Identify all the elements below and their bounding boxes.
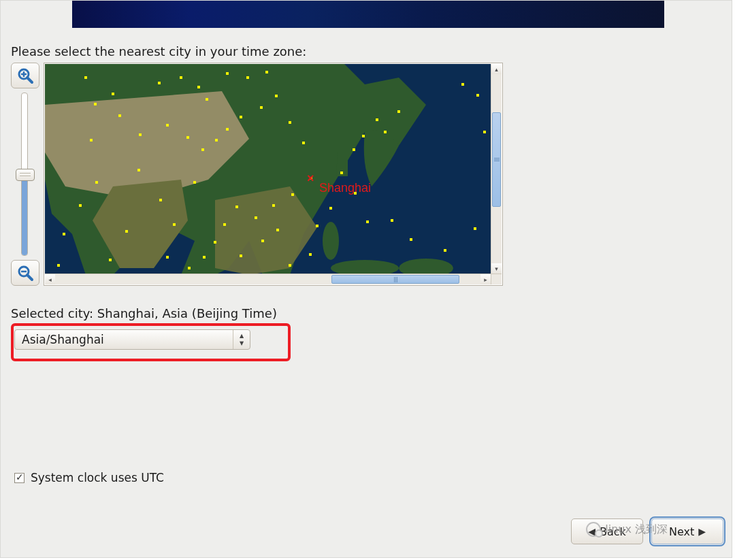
svg-rect-71 [79,204,82,207]
svg-rect-27 [215,139,218,142]
svg-rect-43 [261,240,264,242]
svg-rect-30 [260,106,263,109]
vscroll-track[interactable] [491,74,502,263]
svg-rect-66 [173,223,176,226]
svg-rect-17 [206,98,208,101]
svg-rect-62 [476,94,479,97]
arrow-left-icon: ◀ [588,526,595,537]
svg-rect-75 [193,181,196,184]
svg-rect-22 [118,114,121,117]
svg-rect-42 [240,254,242,257]
svg-rect-29 [240,116,242,118]
scroll-right-button[interactable]: ▸ [480,274,491,284]
svg-rect-45 [289,264,291,267]
selected-city-label: Selected city: Shanghai, Asia (Beijing T… [11,306,277,320]
svg-rect-49 [340,171,343,174]
svg-rect-57 [391,219,393,222]
zoom-slider-fill [22,174,27,255]
utc-checkbox[interactable] [14,473,24,483]
world-map[interactable]: ×Shanghai [45,64,492,275]
svg-rect-25 [186,136,189,139]
svg-rect-40 [203,256,206,259]
zoom-out-icon [16,264,34,282]
map-frame: ×Shanghai ▴ ▾ ◂ ▸ [44,63,503,286]
zoom-controls [11,63,39,286]
svg-rect-35 [272,204,275,207]
hscroll-thumb[interactable] [331,275,459,284]
utc-checkbox-label: System clock uses UTC [31,471,164,484]
back-button-label: Back [600,525,626,538]
zoom-slider-thumb[interactable] [16,169,35,181]
svg-rect-13 [94,103,97,105]
svg-rect-32 [302,142,305,144]
svg-rect-53 [384,131,387,133]
svg-rect-70 [95,181,98,184]
scroll-down-button[interactable]: ▾ [491,263,502,274]
map-hscrollbar[interactable]: ◂ ▸ [45,274,491,284]
svg-rect-61 [461,83,464,86]
svg-rect-64 [159,199,162,201]
scrollbar-corner [491,274,502,284]
svg-rect-59 [444,249,446,252]
svg-rect-60 [474,227,476,230]
map-vscrollbar[interactable]: ▴ ▾ [491,64,502,274]
next-button[interactable]: Next ▶ [651,518,723,544]
svg-rect-56 [366,220,369,223]
svg-text:Shanghai: Shanghai [319,181,371,195]
svg-rect-36 [255,216,257,219]
svg-rect-63 [483,131,486,133]
dropdown-spinner-icon: ▲▼ [233,330,250,349]
arrow-right-icon: ▶ [698,526,706,537]
svg-line-1 [27,78,32,82]
svg-rect-19 [246,76,249,79]
svg-rect-28 [226,128,229,131]
header-banner [72,1,664,28]
svg-rect-37 [235,205,238,208]
timezone-map-panel: ×Shanghai ▴ ▾ ◂ ▸ [11,63,503,299]
svg-rect-44 [276,229,279,231]
svg-rect-18 [226,72,229,75]
svg-rect-54 [397,110,400,113]
svg-rect-12 [112,93,114,95]
vscroll-thumb[interactable] [492,112,501,207]
svg-rect-23 [139,133,142,136]
next-button-label: Next [669,525,694,538]
svg-rect-58 [410,238,412,241]
scroll-left-button[interactable]: ◂ [45,274,55,284]
svg-rect-15 [180,76,182,79]
nav-button-bar: ◀ Back Next ▶ [571,518,723,544]
svg-rect-52 [376,118,378,121]
scroll-up-button[interactable]: ▴ [491,64,502,74]
svg-rect-39 [214,241,216,244]
svg-rect-21 [275,95,278,97]
svg-rect-41 [188,267,191,269]
timezone-dropdown-value: Asia/Shanghai [15,333,233,346]
zoom-out-button[interactable] [11,260,39,286]
svg-rect-34 [291,193,294,196]
hscroll-track[interactable] [55,274,480,284]
installer-window: Please select the nearest city in your t… [0,0,732,558]
svg-rect-26 [201,148,204,151]
timezone-dropdown[interactable]: Asia/Shanghai ▲▼ [14,329,250,350]
svg-line-5 [27,275,32,280]
svg-rect-24 [166,124,169,127]
svg-rect-16 [197,86,200,88]
svg-rect-48 [329,207,332,210]
svg-rect-69 [109,259,112,261]
svg-rect-47 [316,225,318,227]
svg-rect-20 [265,71,268,73]
svg-rect-67 [166,256,169,259]
svg-text:×: × [307,171,314,185]
svg-rect-68 [125,230,128,233]
back-button[interactable]: ◀ Back [571,518,643,544]
zoom-in-icon [16,67,34,84]
svg-rect-46 [309,253,312,256]
timezone-prompt: Please select the nearest city in your t… [11,44,306,59]
svg-rect-51 [362,135,365,137]
svg-rect-31 [289,121,291,124]
svg-rect-14 [158,82,161,84]
svg-rect-73 [57,264,60,267]
svg-rect-50 [353,148,355,151]
svg-point-8 [323,222,339,260]
zoom-in-button[interactable] [11,63,39,88]
